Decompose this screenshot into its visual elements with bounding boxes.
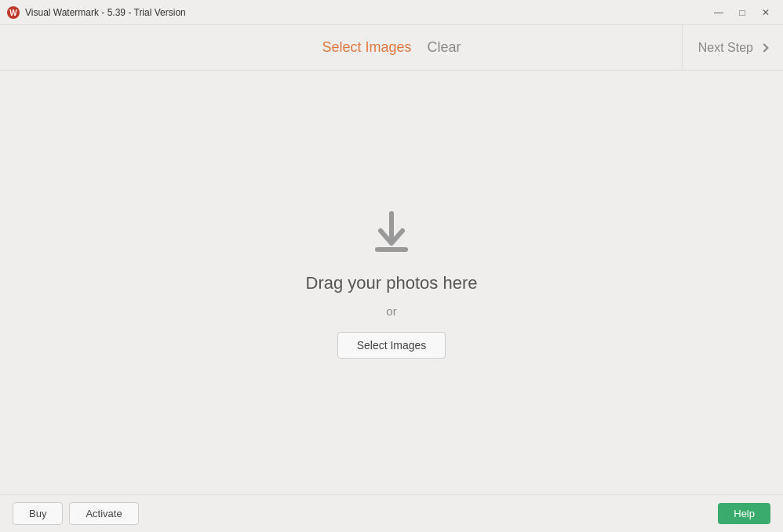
svg-text:W: W (9, 9, 17, 17)
main-content: Drag your photos here or Select Images (0, 71, 783, 494)
footer-left-buttons: Buy Activate (13, 502, 139, 525)
clear-button[interactable]: Clear (428, 39, 461, 56)
next-step-label: Next Step (698, 41, 753, 55)
activate-button[interactable]: Activate (69, 502, 138, 525)
title-bar: W Visual Watermark - 5.39 - Trial Versio… (0, 0, 783, 25)
download-arrow-icon (366, 207, 417, 261)
toolbar: Select Images Clear Next Step (0, 25, 783, 71)
window-title: Visual Watermark - 5.39 - Trial Version (25, 7, 186, 18)
select-images-main-button[interactable]: Select Images (337, 332, 446, 359)
toolbar-right: Next Step (682, 25, 783, 70)
select-images-toolbar-button[interactable]: Select Images (322, 39, 411, 56)
maximize-button[interactable]: □ (731, 4, 753, 21)
title-bar-left: W Visual Watermark - 5.39 - Trial Versio… (6, 5, 186, 20)
toolbar-center: Select Images Clear (322, 39, 461, 56)
chevron-right-icon (759, 43, 768, 52)
drag-photos-text: Drag your photos here (306, 273, 478, 293)
close-button[interactable]: ✕ (755, 4, 777, 21)
minimize-button[interactable]: — (708, 4, 730, 21)
or-text: or (386, 304, 396, 318)
buy-button[interactable]: Buy (13, 502, 63, 525)
window-controls: — □ ✕ (708, 4, 777, 21)
help-button[interactable]: Help (718, 503, 770, 524)
app-icon: W (6, 5, 20, 20)
next-step-button[interactable]: Next Step (682, 25, 783, 70)
footer: Buy Activate Help (0, 494, 783, 532)
